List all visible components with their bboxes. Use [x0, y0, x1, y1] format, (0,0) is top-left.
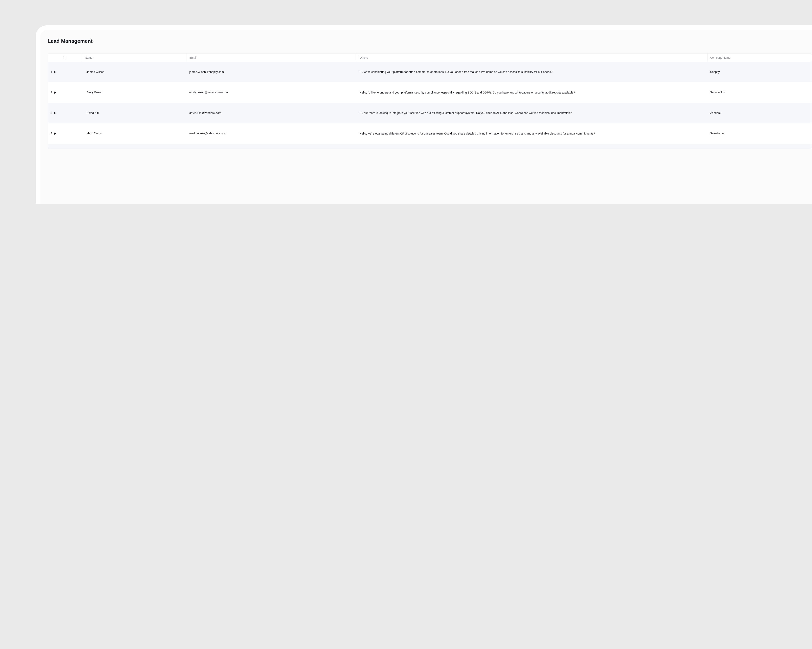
table-row[interactable]: 4 Mark Evans mark.evans@salesforce.com H… — [48, 123, 242, 144]
row-index: 2 — [50, 90, 52, 94]
leads-table: Name Email Others Company Name 1 — [48, 53, 242, 149]
cell-name: Mark Evans — [82, 123, 186, 144]
footer-strip-cell — [48, 144, 242, 149]
expand-row-icon[interactable] — [54, 71, 56, 73]
header-checkbox-cell — [48, 53, 82, 62]
cell-email: david.kim@zendesk.com — [186, 103, 242, 123]
table-footer-strip — [48, 144, 242, 149]
content-panel: Lead Management Name Email Others Compan… — [40, 30, 242, 193]
cell-email: james.wilson@shopify.com — [186, 62, 242, 82]
row-index: 4 — [50, 131, 52, 136]
cell-name: David Kim — [82, 103, 186, 123]
cell-email: emily.brown@servicenow.com — [186, 82, 242, 103]
expand-row-icon[interactable] — [54, 91, 56, 94]
row-index: 1 — [50, 70, 52, 74]
expand-row-icon[interactable] — [54, 112, 56, 114]
row-expand-cell: 1 — [48, 62, 82, 82]
expand-row-icon[interactable] — [54, 133, 56, 135]
select-all-checkbox[interactable] — [63, 56, 66, 59]
cell-email: mark.evans@salesforce.com — [186, 123, 242, 144]
table-row[interactable]: 3 David Kim david.kim@zendesk.com Hi, ou… — [48, 103, 242, 123]
table-header-row: Name Email Others Company Name — [48, 53, 242, 62]
table-row[interactable]: 2 Emily Brown emily.brown@servicenow.com… — [48, 82, 242, 103]
row-expand-cell: 4 — [48, 123, 82, 144]
row-expand-cell: 3 — [48, 103, 82, 123]
header-email[interactable]: Email — [186, 53, 242, 62]
page-title: Lead Management — [47, 38, 242, 44]
table-row[interactable]: 1 James Wilson james.wilson@shopify.com … — [48, 62, 242, 82]
leads-table-wrapper: Name Email Others Company Name 1 — [47, 53, 242, 149]
row-expand-cell: 2 — [48, 82, 82, 103]
app-card: Lead Management Name Email Others Compan… — [36, 25, 242, 193]
row-index: 3 — [50, 111, 52, 115]
cell-name: James Wilson — [82, 62, 186, 82]
cell-name: Emily Brown — [82, 82, 186, 103]
header-name[interactable]: Name — [82, 53, 186, 62]
